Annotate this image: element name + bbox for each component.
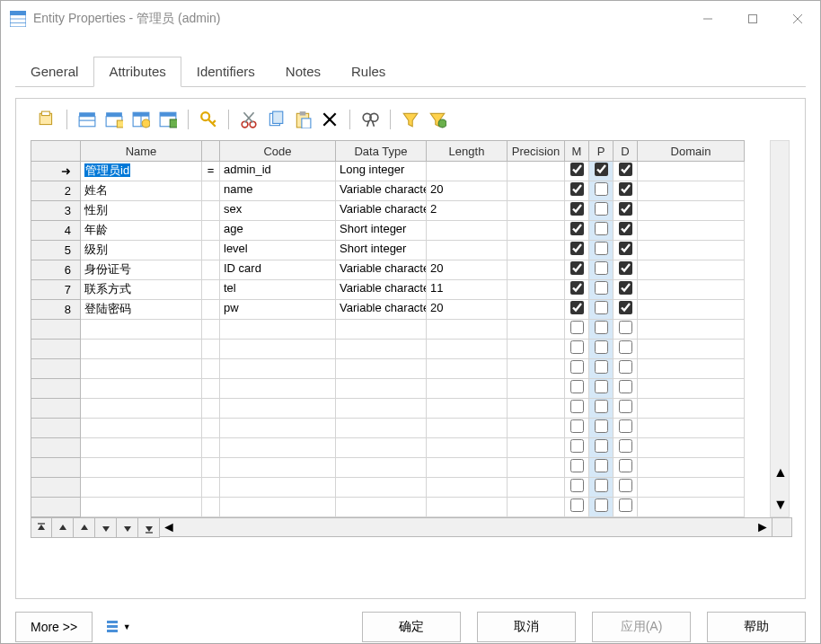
cell-name[interactable] [81,359,202,379]
table-row[interactable]: 8登陆密码pwVariable characters20 [31,300,792,320]
cancel-button[interactable]: 取消 [477,612,576,642]
cell-code[interactable]: ID card [220,260,336,280]
checkbox-d[interactable] [619,340,632,354]
checkbox-p[interactable] [595,479,608,492]
col-name[interactable]: Name [81,140,202,162]
checkbox-p[interactable] [595,281,608,295]
cell-p[interactable] [589,419,614,438]
cell-eq[interactable] [202,399,220,419]
cell-d[interactable] [614,181,638,201]
rowhdr[interactable] [31,419,81,438]
vscroll-up-icon[interactable]: ▲ [771,463,790,481]
col-precision[interactable]: Precision [508,140,565,162]
table-row-empty[interactable] [31,340,792,359]
copy-icon[interactable] [263,108,288,131]
cell-name[interactable] [81,399,202,419]
cell-eq[interactable] [202,379,220,399]
col-d[interactable]: D [614,140,638,162]
col-datatype[interactable]: Data Type [336,140,427,162]
checkbox-p[interactable] [595,439,608,453]
rowhdr[interactable]: 3 [31,201,81,221]
cell-datatype[interactable]: Variable characters [336,300,427,320]
checkbox-d[interactable] [619,163,632,176]
add-columns-icon[interactable] [128,108,154,131]
cell-precision[interactable] [508,300,565,320]
cell-d[interactable] [614,241,638,260]
cell-code[interactable] [220,340,336,359]
cell-domain[interactable] [638,241,745,260]
cell-length[interactable] [427,320,508,340]
cell-p[interactable] [589,260,614,280]
cell-precision[interactable] [508,260,565,280]
cell-code[interactable]: sex [220,201,336,221]
customize-filter-icon[interactable] [425,108,450,131]
cell-m[interactable] [565,359,589,379]
cell-datatype[interactable] [336,498,427,517]
cell-code[interactable] [220,399,336,419]
find-icon[interactable] [358,108,383,131]
cell-d[interactable] [614,379,638,399]
cell-length[interactable]: 20 [427,260,508,280]
cell-datatype[interactable]: Variable characters [336,260,427,280]
cell-m[interactable] [565,419,589,438]
rowhdr[interactable] [31,320,81,340]
cell-datatype[interactable] [336,458,427,478]
cell-code[interactable]: tel [220,280,336,300]
key-icon[interactable] [196,108,221,131]
cell-eq[interactable] [202,221,220,241]
table-row-empty[interactable] [31,498,792,517]
more-button[interactable]: More >> [15,612,93,642]
cell-d[interactable] [614,221,638,241]
cell-m[interactable] [565,458,589,478]
cell-d[interactable] [614,438,638,458]
vscroll-down-icon[interactable]: ▼ [771,496,790,514]
checkbox-p[interactable] [595,242,608,255]
checkbox-p[interactable] [595,301,608,314]
checkbox-m[interactable] [570,163,584,176]
cell-datatype[interactable]: Variable characters [336,280,427,300]
cell-domain[interactable] [638,280,745,300]
cell-name[interactable]: 姓名 [81,181,202,201]
cell-precision[interactable] [508,340,565,359]
cell-d[interactable] [614,201,638,221]
table-row[interactable]: 5级别levelShort integer [31,241,792,260]
checkbox-m[interactable] [570,360,584,374]
cell-eq[interactable] [202,241,220,260]
cell-d[interactable] [614,260,638,280]
cell-d[interactable] [614,300,638,320]
cell-code[interactable] [220,458,336,478]
checkbox-d[interactable] [619,202,632,216]
cell-eq[interactable] [202,280,220,300]
cell-m[interactable] [565,221,589,241]
checkbox-p[interactable] [595,261,608,275]
tab-general[interactable]: General [15,57,93,86]
checkbox-d[interactable] [619,281,632,295]
cell-length[interactable] [427,221,508,241]
checkbox-m[interactable] [570,439,584,453]
nav-up-button[interactable] [52,518,74,538]
rowhdr[interactable] [31,438,81,458]
cell-name[interactable] [81,340,202,359]
cell-code[interactable]: admin_id [220,162,336,181]
cell-length[interactable] [427,458,508,478]
cell-code[interactable] [220,419,336,438]
cell-code[interactable] [220,478,336,498]
cell-name[interactable]: 管理员id [81,162,202,181]
cell-domain[interactable] [638,320,745,340]
cell-m[interactable] [565,241,589,260]
cell-datatype[interactable] [336,399,427,419]
cell-name[interactable] [81,498,202,517]
insert-row-icon[interactable] [75,108,100,131]
cell-length[interactable] [427,340,508,359]
cell-m[interactable] [565,320,589,340]
cell-length[interactable]: 20 [427,300,508,320]
cell-length[interactable]: 20 [427,181,508,201]
cell-p[interactable] [589,181,614,201]
cell-domain[interactable] [638,260,745,280]
rowhdr[interactable] [31,340,81,359]
rowhdr[interactable] [31,458,81,478]
cell-eq[interactable] [202,300,220,320]
table-row[interactable]: ➜管理员id=admin_idLong integer [31,162,792,181]
rowhdr[interactable]: 2 [31,181,81,201]
checkbox-m[interactable] [570,321,584,334]
